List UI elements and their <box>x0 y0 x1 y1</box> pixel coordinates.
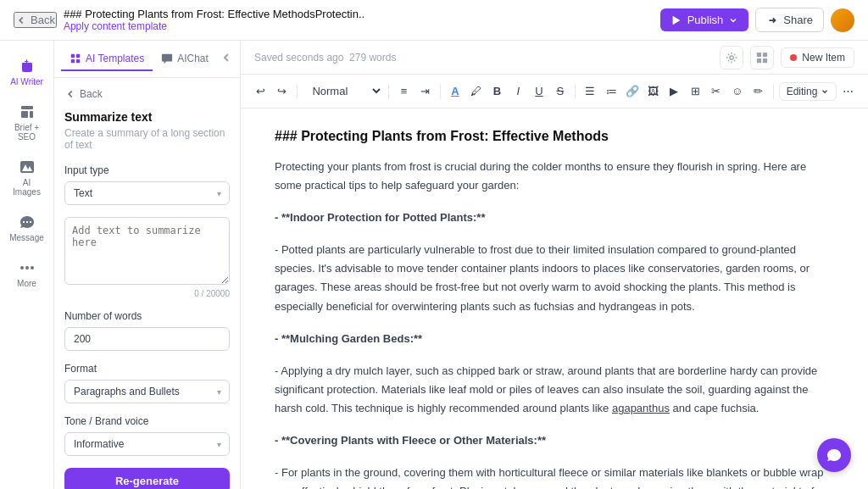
strikethrough-button[interactable]: S <box>550 81 570 103</box>
sidebar-item-ai-writer[interactable]: AI Writer <box>3 51 51 93</box>
agapanthus-link[interactable]: agapanthus <box>612 402 670 414</box>
indent-button[interactable]: ⇥ <box>415 81 435 103</box>
settings-icon-btn[interactable] <box>720 46 743 69</box>
panel-section-desc: Create a summary of a long section of te… <box>64 127 230 151</box>
toolbar-sep-3 <box>440 84 441 99</box>
svg-rect-8 <box>757 58 761 62</box>
toolbar-sep-2 <box>388 84 389 99</box>
editing-label: Editing <box>787 86 818 97</box>
sidebar-item-brief-seo-label: Brief + SEO <box>8 123 46 142</box>
doc-title: ### Protecting Plants from Frost: Effect… <box>64 8 364 20</box>
avatar[interactable] <box>831 8 854 32</box>
top-bar: Back ### Protecting Plants from Frost: E… <box>0 0 868 41</box>
underline-button[interactable]: U <box>530 81 549 103</box>
regenerate-button[interactable]: Re-generate <box>64 468 230 489</box>
table-button[interactable]: ⊞ <box>686 81 705 103</box>
highlight-button[interactable]: 🖊 <box>466 81 486 103</box>
sidebar-item-brief-seo[interactable]: Brief + SEO <box>3 97 51 148</box>
svg-rect-1 <box>71 53 75 57</box>
font-color-button[interactable]: A <box>446 81 465 103</box>
char-count: 0 / 20000 <box>64 289 230 298</box>
code-button[interactable]: ✂ <box>707 81 726 103</box>
content-title: ### Protecting Plants from Frost: Effect… <box>275 129 834 144</box>
toolbar-sep-4 <box>575 84 576 99</box>
panel-content: Back Summarize text Create a summary of … <box>54 78 240 489</box>
editing-badge[interactable]: Editing <box>779 82 837 101</box>
section2-heading: - **Mulching Garden Beds:** <box>275 332 422 345</box>
tone-label: Tone / Brand voice <box>64 415 230 427</box>
tone-select-wrapper: Informative Formal Casual <box>64 432 230 456</box>
style-select[interactable]: Normal Heading 1 Heading 2 <box>302 81 383 102</box>
format-select-wrapper: Paragraphs and Bullets Paragraphs Bullet… <box>64 380 230 403</box>
content-section3: - **Covering Plants with Fleece or Other… <box>275 431 834 450</box>
tab-ai-chat[interactable]: AIChat <box>153 47 217 71</box>
main-layout: AI Writer Brief + SEO AI Images Message … <box>0 41 868 489</box>
words-label: Number of words <box>64 310 230 322</box>
input-type-select[interactable]: Text URL File <box>64 181 230 205</box>
sidebar-item-message-label: Message <box>9 233 44 242</box>
templates-panel: AI Templates AIChat Back Summarize text … <box>54 41 241 489</box>
sidebar: AI Writer Brief + SEO AI Images Message … <box>0 41 54 489</box>
tone-select[interactable]: Informative Formal Casual <box>64 432 230 456</box>
apply-template-link[interactable]: Apply content template <box>64 20 364 32</box>
link-button[interactable]: 🔗 <box>623 81 643 103</box>
panel-back-button[interactable]: Back <box>64 88 230 100</box>
image-button[interactable]: 🖼 <box>643 81 663 103</box>
content-section1: - **Indoor Protection for Potted Plants:… <box>275 208 834 227</box>
sidebar-item-ai-images[interactable]: AI Images <box>3 152 51 203</box>
title-area: ### Protecting Plants from Frost: Effect… <box>64 8 364 32</box>
format-select[interactable]: Paragraphs and Bullets Paragraphs Bullet… <box>64 380 230 403</box>
editor-status: Saved seconds ago 279 words <box>254 52 396 64</box>
sidebar-item-more[interactable]: More <box>3 253 51 295</box>
textarea-group: 0 / 20000 <box>64 217 230 298</box>
share-button[interactable]: Share <box>755 8 824 32</box>
svg-point-5 <box>730 55 733 58</box>
content-section2-body: - Applying a dry mulch layer, such as ch… <box>275 362 834 418</box>
svg-rect-9 <box>763 58 767 62</box>
toolbar-sep-1 <box>297 84 298 99</box>
svg-rect-7 <box>763 52 767 56</box>
new-item-button[interactable]: New Item <box>781 47 854 68</box>
svg-rect-2 <box>76 53 80 57</box>
svg-marker-0 <box>672 15 680 25</box>
top-bar-right: Publish Share <box>660 8 854 32</box>
bullets-button[interactable]: ☰ <box>581 81 600 103</box>
publish-button[interactable]: Publish <box>660 8 749 31</box>
content-para-1: Protecting your plants from frost is cru… <box>275 158 834 195</box>
play-button[interactable]: ▶ <box>665 81 684 103</box>
emoji-button[interactable]: ☺ <box>727 81 747 103</box>
sidebar-item-ai-images-label: AI Images <box>8 178 46 197</box>
tab-ai-templates-label: AI Templates <box>86 53 144 64</box>
editor-topbar-right: New Item <box>720 46 854 69</box>
sidebar-item-message[interactable]: Message <box>3 207 51 249</box>
align-button[interactable]: ≡ <box>394 81 414 103</box>
back-button[interactable]: Back <box>14 12 57 28</box>
toolbar-sep-5 <box>773 84 774 99</box>
editor-area: Saved seconds ago 279 words New Item ↩ ↪ <box>241 41 868 489</box>
redo-button[interactable]: ↪ <box>272 81 292 103</box>
svg-rect-6 <box>757 52 761 56</box>
grid-icon-btn[interactable] <box>750 46 774 69</box>
more-options-button[interactable]: ⋯ <box>838 81 858 103</box>
chat-bubble-button[interactable] <box>817 438 851 472</box>
words-input[interactable] <box>64 327 230 351</box>
panel-tabs: AI Templates AIChat <box>54 41 240 78</box>
content-section2: - **Mulching Garden Beds:** <box>275 330 834 348</box>
tab-ai-templates[interactable]: AI Templates <box>61 47 153 71</box>
red-dot <box>790 54 797 61</box>
italic-button[interactable]: I <box>509 81 528 103</box>
summarize-textarea[interactable] <box>64 217 230 285</box>
ordered-list-button[interactable]: ≔ <box>602 81 621 103</box>
panel-section-title: Summarize text <box>64 110 230 124</box>
editor-content[interactable]: ### Protecting Plants from Frost: Effect… <box>241 108 868 489</box>
section3-heading: - **Covering Plants with Fleece or Other… <box>275 434 546 447</box>
special-button[interactable]: ✏ <box>748 81 768 103</box>
panel-collapse-button[interactable] <box>220 51 233 67</box>
top-bar-left: Back ### Protecting Plants from Frost: E… <box>14 8 364 32</box>
input-type-group: Input type Text URL File <box>64 164 230 205</box>
bold-button[interactable]: B <box>487 81 507 103</box>
undo-button[interactable]: ↩ <box>251 81 270 103</box>
input-type-label: Input type <box>64 164 230 176</box>
content-section3-body: - For plants in the ground, covering the… <box>275 464 834 489</box>
format-group: Format Paragraphs and Bullets Paragraphs… <box>64 363 230 403</box>
